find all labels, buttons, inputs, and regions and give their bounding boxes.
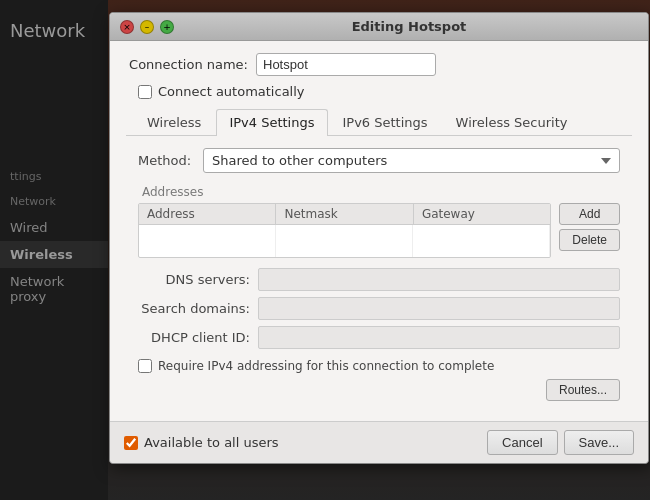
cancel-button[interactable]: Cancel (487, 430, 557, 455)
addr-buttons: Add Delete (559, 203, 620, 258)
tab-bar: Wireless IPv4 Settings IPv6 Settings Wir… (126, 109, 632, 136)
col-address: Address (139, 204, 276, 224)
connection-name-label: Connection name: (126, 57, 256, 72)
ipv4-tab-content: Method: Shared to other computers Addres… (126, 136, 632, 409)
method-dropdown[interactable]: Shared to other computers (203, 148, 620, 173)
method-value: Shared to other computers (212, 153, 601, 168)
dialog-footer: Available to all users Cancel Save... (110, 421, 648, 463)
connect-auto-row: Connect automatically (126, 84, 632, 99)
dhcp-row: DHCP client ID: (138, 326, 620, 349)
tab-wireless[interactable]: Wireless (134, 109, 214, 135)
dns-row: DNS servers: (138, 268, 620, 291)
cell-netmask (276, 225, 413, 257)
addresses-area: Address Netmask Gateway Add Delete (138, 203, 620, 258)
search-row: Search domains: (138, 297, 620, 320)
dhcp-label: DHCP client ID: (138, 330, 258, 345)
dhcp-input[interactable] (258, 326, 620, 349)
require-checkbox[interactable] (138, 359, 152, 373)
table-body[interactable] (139, 225, 550, 257)
require-row: Require IPv4 addressing for this connect… (138, 355, 620, 375)
routes-row: Routes... (138, 379, 620, 401)
maximize-button[interactable]: + (160, 20, 174, 34)
minimize-button[interactable]: – (140, 20, 154, 34)
dialog-body: Connection name: Connect automatically W… (110, 41, 648, 421)
dns-input[interactable] (258, 268, 620, 291)
addresses-table: Address Netmask Gateway (138, 203, 551, 258)
save-button[interactable]: Save... (564, 430, 634, 455)
col-gateway: Gateway (414, 204, 550, 224)
table-header: Address Netmask Gateway (139, 204, 550, 225)
connect-auto-checkbox[interactable] (138, 85, 152, 99)
table-row (139, 225, 550, 257)
connection-name-input[interactable] (256, 53, 436, 76)
delete-button[interactable]: Delete (559, 229, 620, 251)
available-users-label: Available to all users (144, 435, 279, 450)
cell-address (139, 225, 276, 257)
editing-hotspot-dialog: × – + Editing Hotspot Connection name: C… (109, 12, 649, 464)
require-label: Require IPv4 addressing for this connect… (158, 359, 494, 373)
add-button[interactable]: Add (559, 203, 620, 225)
dialog-title: Editing Hotspot (180, 19, 638, 34)
tab-ipv6[interactable]: IPv6 Settings (330, 109, 441, 135)
connect-auto-label: Connect automatically (158, 84, 305, 99)
dns-label: DNS servers: (138, 272, 258, 287)
tab-security[interactable]: Wireless Security (443, 109, 581, 135)
tab-ipv4[interactable]: IPv4 Settings (216, 109, 327, 136)
search-input[interactable] (258, 297, 620, 320)
close-button[interactable]: × (120, 20, 134, 34)
method-label: Method: (138, 153, 203, 168)
connection-name-row: Connection name: (126, 53, 632, 76)
available-users-area: Available to all users (124, 435, 481, 450)
addresses-section-label: Addresses (138, 185, 620, 199)
method-row: Method: Shared to other computers (138, 148, 620, 173)
dropdown-arrow-icon (601, 158, 611, 164)
routes-button[interactable]: Routes... (546, 379, 620, 401)
search-label: Search domains: (138, 301, 258, 316)
col-netmask: Netmask (276, 204, 413, 224)
dialog-titlebar: × – + Editing Hotspot (110, 13, 648, 41)
cell-gateway (413, 225, 550, 257)
available-users-checkbox[interactable] (124, 436, 138, 450)
